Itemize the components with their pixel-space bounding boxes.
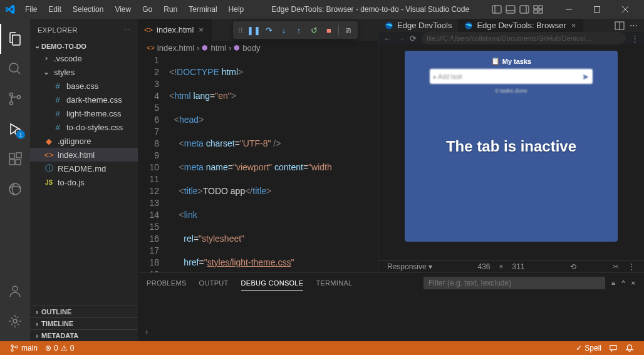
menu-run[interactable]: Run	[158, 3, 182, 16]
menu-terminal[interactable]: Terminal	[184, 3, 222, 16]
url-bar[interactable]: file:///C:/Users/collabora/Documents/Git…	[422, 32, 626, 44]
explorer-root[interactable]: ⌄ DEMO-TO-DO	[30, 41, 138, 51]
debug-restart-button[interactable]: ↺	[307, 23, 321, 38]
error-icon: ⊗	[45, 344, 51, 352]
clear-console-icon[interactable]: ≡	[611, 279, 615, 287]
section-outline[interactable]: ›OUTLINE	[30, 306, 138, 317]
debug-step-over-button[interactable]: ↷	[262, 23, 276, 38]
drag-handle-icon[interactable]: ⁞⁞	[236, 26, 246, 34]
menu-selection[interactable]: Selection	[68, 3, 108, 16]
file-readme-md[interactable]: ⓘREADME.md	[30, 162, 138, 175]
svg-rect-4	[520, 6, 529, 13]
file-to-do-styles-css[interactable]: #to-do-styles.css	[30, 120, 138, 134]
folder-vscode[interactable]: ›.vscode	[30, 51, 138, 65]
debug-console-body[interactable]: ›	[138, 292, 644, 341]
layout-panel-right-icon[interactable]	[519, 4, 529, 14]
debug-screencast-button[interactable]: ⎚	[341, 23, 355, 38]
explorer-more-icon[interactable]: ⋯	[123, 26, 131, 34]
debug-toolbar[interactable]: ⁞⁞ ❚❚ ↷ ↓ ↑ ↺ ■ ⎚	[233, 21, 358, 39]
breadcrumbs[interactable]: <>index.html › ⬢html › ⬢body	[138, 41, 378, 54]
maximize-button[interactable]	[583, 0, 611, 19]
code-lines[interactable]: <!DOCTYPE html> <html lang="en"> <head> …	[169, 54, 378, 272]
reload-icon[interactable]: ⟳	[410, 34, 417, 43]
device-width[interactable]: 436	[477, 262, 490, 271]
split-editor-icon[interactable]	[615, 21, 625, 31]
breadcrumb-file[interactable]: <>index.html	[147, 43, 194, 53]
panel-tab-terminal[interactable]: TERMINAL	[316, 279, 352, 287]
status-spell[interactable]: ✓Spell	[572, 341, 605, 355]
code-editor[interactable]: 12345678910111213141516171819 <!DOCTYPE …	[138, 54, 378, 272]
minimize-button[interactable]	[554, 0, 583, 19]
window-title: Edge DevTools: Browser - demo-to-do - Vi…	[249, 5, 492, 14]
activity-run-debug[interactable]: 1	[0, 114, 30, 144]
html-file-icon: <>	[147, 44, 155, 51]
folder-styles[interactable]: ⌄styles	[30, 65, 138, 79]
panel-tab-output[interactable]: OUTPUT	[199, 279, 229, 287]
status-branch[interactable]: main	[6, 341, 41, 355]
status-bell-icon[interactable]	[621, 341, 638, 355]
file-gitignore[interactable]: ◆.gitignore	[30, 134, 138, 148]
menu-view[interactable]: View	[110, 3, 136, 16]
tab-edge-devtools[interactable]: Edge DevTools	[378, 19, 458, 32]
debug-filter-input[interactable]	[423, 277, 605, 289]
forward-icon[interactable]: →	[397, 34, 405, 43]
explorer-title: EXPLORER	[38, 26, 78, 34]
activity-settings[interactable]	[0, 306, 30, 336]
activity-source-control[interactable]	[0, 84, 30, 114]
device-x: ×	[499, 262, 504, 271]
close-panel-icon[interactable]: ×	[631, 279, 635, 287]
warning-icon: ⚠	[61, 344, 68, 352]
maximize-panel-icon[interactable]: ^	[621, 279, 625, 287]
close-icon[interactable]: ×	[570, 21, 578, 30]
status-feedback-icon[interactable]	[605, 341, 621, 355]
file-to-do-js[interactable]: JSto-do.js	[30, 175, 138, 189]
info-file-icon: ⓘ	[44, 163, 54, 174]
device-toolbar[interactable]: Responsive ▾ 436 × 311 ⟲ ✂ ⋮	[378, 260, 644, 272]
capture-icon[interactable]: ✂	[613, 262, 619, 271]
activity-account[interactable]	[0, 276, 30, 306]
device-mode[interactable]: Responsive ▾	[387, 262, 432, 271]
menu-edit[interactable]: Edit	[43, 3, 66, 16]
preview-page: 📋My tasks ▸ Add task➤ 0 tasks done The t…	[405, 51, 618, 242]
menu-go[interactable]: Go	[137, 3, 157, 16]
file-label: index.html	[58, 150, 95, 160]
breadcrumb-body[interactable]: ⬢body	[234, 43, 260, 53]
debug-pause-button[interactable]: ❚❚	[247, 23, 261, 38]
more-icon[interactable]: ⋯	[630, 21, 638, 30]
layout-panel-bottom-icon[interactable]	[506, 4, 516, 14]
close-icon[interactable]: ×	[197, 25, 205, 34]
section-metadata[interactable]: ›METADATA	[30, 329, 138, 341]
section-timeline[interactable]: ›TIMELINE	[30, 317, 138, 329]
svg-point-32	[11, 349, 14, 352]
device-height[interactable]: 311	[512, 262, 525, 271]
layout-customize-icon[interactable]	[533, 4, 543, 14]
tab-edge-devtools-browser[interactable]: Edge DevTools: Browser ×	[458, 19, 583, 32]
tab-index-html[interactable]: <> index.html ×	[138, 19, 212, 41]
rotate-icon[interactable]: ⟲	[570, 262, 576, 271]
activity-extensions[interactable]	[0, 144, 30, 174]
panel-tab-debug-console[interactable]: DEBUG CONSOLE	[241, 279, 304, 291]
device-more-icon[interactable]: ⋮	[628, 262, 635, 271]
file-light-theme-css[interactable]: #light-theme.css	[30, 106, 138, 120]
file-dark-theme-css[interactable]: #dark-theme.css	[30, 93, 138, 106]
back-icon[interactable]: ←	[383, 34, 392, 43]
activity-explorer[interactable]	[0, 24, 30, 54]
breadcrumb-html[interactable]: ⬢html	[202, 43, 226, 53]
activity-search[interactable]	[0, 54, 30, 84]
debug-stop-button[interactable]: ■	[322, 23, 336, 38]
file-index-html[interactable]: <>index.html	[30, 148, 138, 162]
status-problems[interactable]: ⊗0 ⚠0	[41, 341, 78, 355]
menu-file[interactable]: File	[20, 3, 42, 16]
activity-edge-icon[interactable]	[0, 174, 30, 204]
debug-step-into-button[interactable]: ↓	[277, 23, 291, 38]
panel-tab-problems[interactable]: PROBLEMS	[147, 279, 187, 287]
debug-step-out-button[interactable]: ↑	[292, 23, 306, 38]
separator	[338, 25, 339, 35]
file-base-css[interactable]: #base.css	[30, 79, 138, 93]
more-icon[interactable]: ⋮	[631, 34, 639, 43]
menu-help[interactable]: Help	[224, 3, 249, 16]
layout-panel-left-icon[interactable]	[492, 4, 502, 14]
css-file-icon: #	[53, 109, 63, 118]
statusbar: main ⊗0 ⚠0 ✓Spell	[0, 341, 644, 355]
close-button[interactable]	[611, 0, 639, 19]
